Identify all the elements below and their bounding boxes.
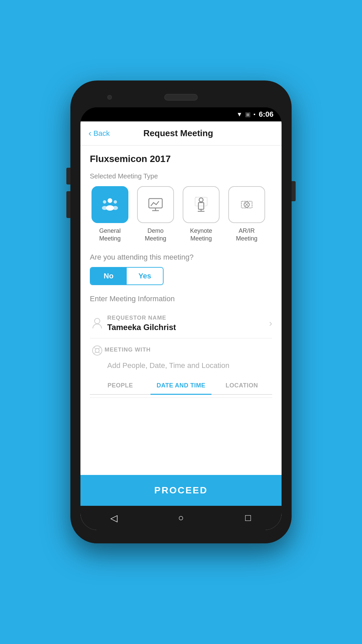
back-button[interactable]: ‹ Back [88, 128, 110, 139]
status-time: 6:06 [259, 110, 274, 119]
toggle-no[interactable]: No [90, 268, 127, 284]
demo-meeting-label: DemoMeeting [145, 227, 166, 243]
sub-tabs: PEOPLE DATE AND TIME LOCATION [90, 377, 272, 395]
general-meeting-label: GeneralMeeting [99, 227, 121, 243]
event-title: Fluxsemicon 2017 [90, 154, 272, 164]
demo-meeting-icon-box [137, 186, 174, 223]
proceed-bar[interactable]: PROCEED [80, 475, 282, 506]
tab-date-time[interactable]: DATE AND TIME [150, 377, 211, 395]
svg-point-2 [103, 200, 106, 204]
demo-meeting-svg [146, 195, 165, 214]
meeting-type-keynote[interactable]: KeynoteMeeting [181, 186, 221, 243]
meeting-types-row: GeneralMeeting DemoMeeting [90, 186, 272, 243]
status-icons: ▼ ▣ ▪ [236, 111, 255, 118]
meeting-with-placeholder: Add People, Date, Time and Location [107, 361, 229, 370]
general-meeting-svg [101, 195, 119, 214]
power-button [292, 181, 296, 201]
meeting-type-arir[interactable]: AR/IRMeeting [227, 186, 267, 243]
requestor-content: REQUESTOR NAME Tameeka Gilchrist [105, 315, 269, 332]
meeting-info-section: Enter Meeting Information REQUESTOR NAME… [90, 294, 272, 398]
keynote-meeting-icon-box [183, 186, 220, 223]
volume-down-button [66, 191, 70, 218]
general-meeting-icon-box [92, 186, 128, 223]
attending-question: Are you attending this meeting? [90, 253, 272, 262]
svg-point-18 [95, 318, 100, 324]
phone-top [80, 91, 282, 107]
meeting-with-icon [90, 344, 105, 357]
bottom-nav: ◁ ○ □ [80, 506, 282, 530]
person-icon [90, 318, 105, 329]
svg-point-4 [114, 200, 117, 204]
screen: ▼ ▣ ▪ 6:06 ‹ Back Request Meeting Fluxse… [80, 107, 282, 530]
meeting-with-placeholder-row: Add People, Date, Time and Location [90, 361, 272, 374]
camera [107, 95, 112, 100]
svg-point-5 [113, 206, 118, 210]
meeting-with-section: MEETING WITH Add People, Date, Time and … [90, 338, 272, 398]
svg-rect-6 [149, 199, 162, 208]
arir-meeting-icon-box [228, 186, 265, 223]
back-chevron-icon: ‹ [88, 128, 92, 139]
signal-icon: ▣ [245, 111, 251, 118]
back-nav-button[interactable]: ◁ [104, 511, 124, 525]
meeting-type-general[interactable]: GeneralMeeting [90, 186, 130, 243]
recent-nav-button[interactable]: □ [238, 511, 258, 525]
phone-frame: ▼ ▣ ▪ 6:06 ‹ Back Request Meeting Fluxse… [70, 80, 292, 543]
proceed-button[interactable]: PROCEED [90, 485, 272, 496]
meeting-with-row: MEETING WITH [90, 344, 272, 357]
meeting-info-title: Enter Meeting Information [90, 294, 272, 303]
wifi-icon: ▼ [236, 111, 242, 118]
tab-location[interactable]: LOCATION [212, 377, 272, 394]
svg-point-9 [199, 198, 203, 202]
app-body: Fluxsemicon 2017 Selected Meeting Type [80, 146, 282, 475]
requestor-row[interactable]: REQUESTOR NAME Tameeka Gilchrist › [90, 309, 272, 338]
home-nav-button[interactable]: ○ [171, 511, 191, 525]
volume-up-button [66, 168, 70, 184]
meeting-with-content: MEETING WITH [105, 346, 272, 355]
speaker [164, 94, 198, 101]
attending-section: Are you attending this meeting? No Yes [90, 253, 272, 285]
nav-bar: ‹ Back Request Meeting [80, 121, 282, 146]
status-bar: ▼ ▣ ▪ 6:06 [80, 107, 282, 121]
requestor-chevron-icon: › [269, 318, 272, 329]
arir-meeting-label: AR/IRMeeting [236, 227, 257, 243]
toggle-yes[interactable]: Yes [127, 268, 163, 284]
svg-point-20 [95, 348, 99, 353]
app-content: ‹ Back Request Meeting Fluxsemicon 2017 … [80, 121, 282, 530]
requestor-sublabel: REQUESTOR NAME [107, 315, 269, 321]
battery-icon: ▪ [253, 111, 255, 117]
arir-meeting-svg [237, 195, 256, 214]
meeting-type-label: Selected Meeting Type [90, 172, 272, 180]
attending-toggle[interactable]: No Yes [90, 267, 164, 285]
keynote-meeting-label: KeynoteMeeting [190, 227, 212, 243]
back-label: Back [94, 129, 110, 138]
meeting-with-label: MEETING WITH [105, 346, 272, 353]
meeting-type-demo[interactable]: DemoMeeting [135, 186, 176, 243]
tab-people[interactable]: PEOPLE [90, 377, 150, 394]
svg-point-0 [108, 198, 112, 203]
requestor-value: Tameeka Gilchrist [107, 323, 269, 332]
keynote-meeting-svg [192, 195, 210, 214]
svg-point-3 [102, 206, 107, 210]
nav-title: Request Meeting [110, 128, 247, 139]
